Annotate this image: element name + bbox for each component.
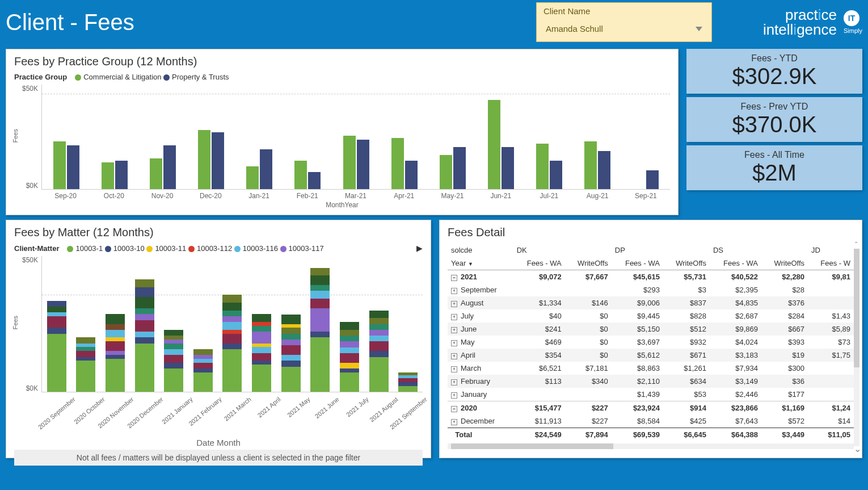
bar-segment[interactable]	[310, 308, 330, 332]
expand-icon[interactable]: +	[451, 392, 457, 399]
bar[interactable]	[357, 140, 369, 189]
table-row[interactable]: −2020$15,477$227$23,924$914$23,866$1,169…	[448, 401, 854, 415]
bar[interactable]	[308, 172, 321, 189]
table-row[interactable]: +July$40$0$9,445$828$2,687$284$1,43	[448, 309, 854, 323]
expand-icon[interactable]: +	[451, 301, 457, 307]
client-name-filter[interactable]: Client Name Amanda Schull	[536, 2, 712, 42]
expand-icon[interactable]: +	[451, 353, 457, 359]
bar-segment[interactable]	[369, 357, 389, 392]
legend-item[interactable]: 10003-117	[280, 244, 324, 253]
bar[interactable]	[598, 151, 610, 189]
bar-segment[interactable]	[222, 311, 242, 316]
bar-segment[interactable]	[76, 344, 95, 347]
bar[interactable]	[391, 138, 404, 189]
table-row[interactable]: +March$6,521$7,181$8,863$1,261$7,934$300	[448, 362, 854, 375]
bar-segment[interactable]	[193, 355, 213, 359]
bar[interactable]	[646, 170, 659, 189]
bar-group[interactable]	[525, 85, 574, 189]
bar-segment[interactable]	[106, 351, 125, 355]
table-row[interactable]: +August$1,334$146$9,006$837$4,835$376	[448, 296, 854, 309]
bar-segment[interactable]	[193, 372, 213, 392]
bar-segment[interactable]	[310, 299, 330, 308]
bar[interactable]	[584, 141, 597, 189]
bar-segment[interactable]	[222, 322, 242, 330]
bar-group[interactable]	[622, 85, 670, 189]
bar-segment[interactable]	[369, 351, 389, 357]
bar-segment[interactable]	[281, 324, 301, 328]
bar-segment[interactable]	[135, 314, 154, 320]
bar-group[interactable]	[235, 85, 284, 189]
bar-group[interactable]	[90, 85, 138, 189]
legend-item[interactable]: 10003-11	[146, 244, 186, 253]
bar-segment[interactable]	[164, 363, 183, 368]
bar[interactable]	[488, 100, 500, 189]
bar-segment[interactable]	[76, 347, 95, 351]
stacked-bar-group[interactable]	[159, 256, 188, 392]
chart2-plot-area[interactable]	[41, 256, 423, 392]
bar-segment[interactable]	[47, 328, 66, 333]
bar[interactable]	[102, 162, 114, 189]
bar[interactable]	[536, 144, 549, 189]
expand-icon[interactable]: −	[451, 275, 457, 281]
bar[interactable]	[294, 161, 307, 189]
bar-segment[interactable]	[340, 372, 359, 392]
bar-group[interactable]	[284, 85, 332, 189]
legend-item[interactable]: 10003-10	[105, 244, 145, 253]
table-row[interactable]: +June$241$0$5,150$512$9,869$667$5,89	[448, 323, 854, 336]
bar-segment[interactable]	[193, 359, 213, 363]
expand-icon[interactable]: +	[451, 327, 457, 333]
bar-segment[interactable]	[164, 368, 183, 392]
bar-segment[interactable]	[76, 351, 95, 357]
bar-group[interactable]	[187, 85, 235, 189]
bar-segment[interactable]	[340, 368, 359, 372]
expand-icon[interactable]: −	[451, 406, 457, 412]
bar-segment[interactable]	[340, 347, 359, 353]
bar-segment[interactable]	[310, 268, 330, 276]
legend-item[interactable]: Commercial & Litigation	[75, 73, 161, 81]
bar-segment[interactable]	[398, 382, 418, 386]
bar-segment[interactable]	[135, 297, 154, 308]
stacked-bar-group[interactable]	[100, 256, 130, 392]
bar-group[interactable]	[574, 85, 622, 189]
legend-item[interactable]: 10003-1	[67, 244, 103, 253]
bar-segment[interactable]	[47, 316, 66, 328]
bar-segment[interactable]	[164, 330, 183, 336]
bar-segment[interactable]	[281, 345, 301, 355]
table-row[interactable]: +September$293$3$2,395$28	[448, 283, 854, 296]
bar[interactable]	[453, 147, 466, 189]
bar-segment[interactable]	[47, 312, 66, 316]
bar-group[interactable]	[380, 85, 428, 189]
expand-icon[interactable]: +	[451, 340, 457, 346]
bar-segment[interactable]	[106, 330, 125, 338]
stacked-bar-group[interactable]	[130, 256, 159, 392]
bar-segment[interactable]	[252, 326, 271, 332]
bar-segment[interactable]	[222, 344, 242, 349]
bar[interactable]	[440, 155, 452, 189]
bar-group[interactable]	[477, 85, 525, 189]
bar-segment[interactable]	[398, 378, 418, 382]
bar-segment[interactable]	[193, 363, 213, 368]
bar-group[interactable]	[428, 85, 477, 189]
bar-segment[interactable]	[164, 344, 183, 349]
stacked-bar-group[interactable]	[335, 256, 364, 392]
expand-icon[interactable]: +	[451, 288, 457, 294]
bar-segment[interactable]	[252, 314, 271, 322]
stacked-bar-group[interactable]	[247, 256, 276, 392]
bar-segment[interactable]	[193, 349, 213, 355]
bar-segment[interactable]	[135, 279, 154, 287]
bar-segment[interactable]	[164, 340, 183, 344]
bar-segment[interactable]	[369, 318, 389, 324]
bar-segment[interactable]	[135, 287, 154, 297]
table-row[interactable]: +February$113$340$2,110$634$3,149$36	[448, 375, 854, 388]
bar-segment[interactable]	[106, 324, 125, 330]
bar[interactable]	[502, 147, 514, 189]
legend-item[interactable]: Property & Trusts	[163, 73, 229, 81]
bar[interactable]	[246, 166, 259, 189]
stacked-bar-group[interactable]	[305, 256, 335, 392]
bar[interactable]	[163, 145, 176, 189]
bar-segment[interactable]	[47, 307, 66, 312]
bar[interactable]	[550, 161, 562, 189]
stacked-bar-group[interactable]	[71, 256, 101, 392]
bar[interactable]	[343, 136, 356, 189]
bar-segment[interactable]	[252, 344, 271, 347]
